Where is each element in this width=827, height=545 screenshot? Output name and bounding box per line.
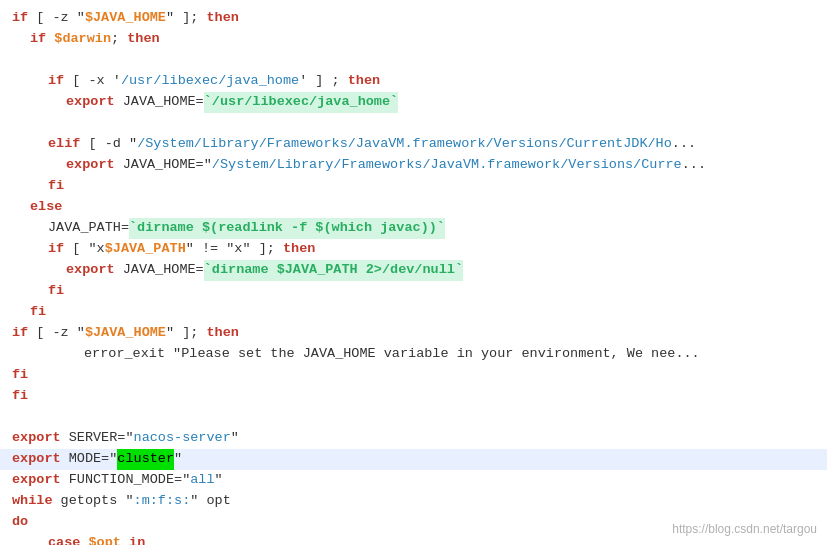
code-line-5: elif [ -d " /System/Library/Frameworks/J…	[0, 134, 827, 155]
code-line-18: export SERVER=" nacos-server "	[0, 428, 827, 449]
code-line-fi5: fi	[0, 386, 827, 407]
code-line-11: export JAVA_HOME= `dirname $JAVA_PATH 2>…	[0, 260, 827, 281]
watermark: https://blog.csdn.net/targou	[672, 520, 817, 539]
code-line-blank1	[0, 50, 827, 71]
code-line-14: if [ -z " $JAVA_HOME " ]; then	[0, 323, 827, 344]
code-line-15: error_exit "Please set the JAVA_HOME var…	[0, 344, 827, 365]
code-line-blank3	[0, 407, 827, 428]
code-line-6: export JAVA_HOME=" /System/Library/Frame…	[0, 155, 827, 176]
keyword-if: if	[12, 8, 28, 29]
code-line-10: if [ "x $JAVA_PATH " != "x" ]; then	[0, 239, 827, 260]
code-line-2: if $darwin ; then	[0, 29, 827, 50]
code-line-20: export FUNCTION_MODE=" all "	[0, 470, 827, 491]
code-editor: if [ -z " $JAVA_HOME " ]; then if $darwi…	[0, 0, 827, 545]
code-line-9: JAVA_PATH= `dirname $(readlink -f $(whic…	[0, 218, 827, 239]
code-line-fi4: fi	[0, 365, 827, 386]
code-line-fi3: fi	[0, 302, 827, 323]
code-line-4: export JAVA_HOME= `/usr/libexec/java_hom…	[0, 92, 827, 113]
code-line-else: else	[0, 197, 827, 218]
code-line-fi2: fi	[0, 281, 827, 302]
code-line-3: if [ -x ' /usr/libexec/java_home ' ] ; t…	[0, 71, 827, 92]
code-line-19: export MODE=" cluster "	[0, 449, 827, 470]
code-line-1: if [ -z " $JAVA_HOME " ]; then	[0, 8, 827, 29]
code-line-blank2	[0, 113, 827, 134]
code-line-21: while getopts " :m:f:s: " opt	[0, 491, 827, 512]
code-line-fi1: fi	[0, 176, 827, 197]
